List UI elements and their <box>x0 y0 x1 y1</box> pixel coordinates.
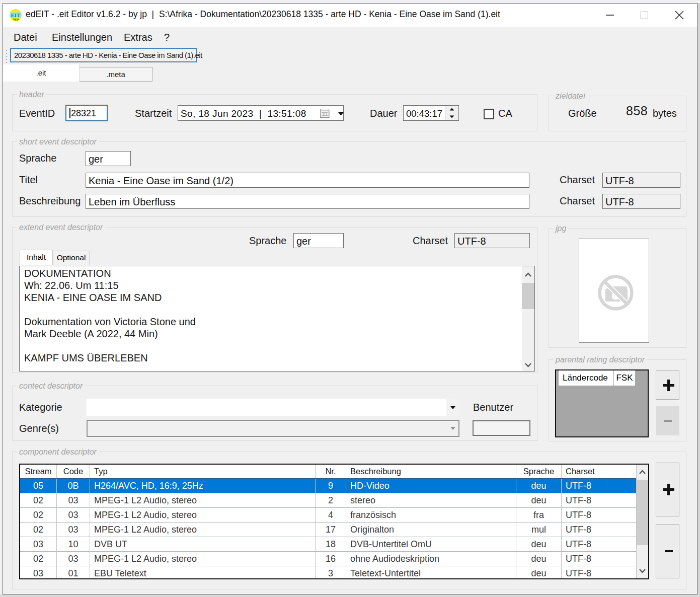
svg-text:EIT: EIT <box>11 12 21 18</box>
svg-text:by jp: by jp <box>14 18 19 21</box>
